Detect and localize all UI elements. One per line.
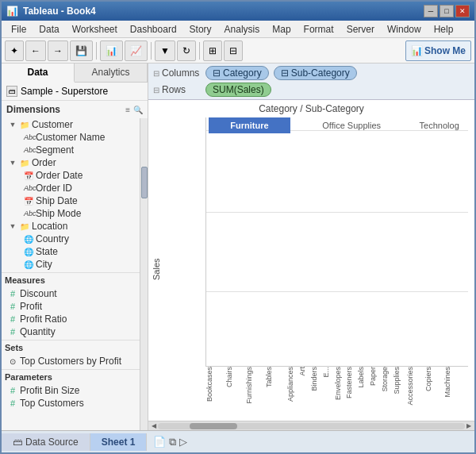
datasource-icon: 🗃 [6, 86, 17, 97]
toolbar: ✦ ← → 💾 📊 📈 ▼ ↻ ⊞ ⊟ 📊 Show Me [2, 38, 474, 63]
menu-map[interactable]: Map [266, 22, 297, 37]
toolbar-grid1-btn[interactable]: ⊞ [203, 40, 222, 61]
tree-customer-name[interactable]: Abc Customer Name [2, 131, 140, 144]
tree-profit-ratio[interactable]: # Profit Ratio [2, 313, 140, 325]
tree-order-date[interactable]: 📅 Order Date [2, 169, 140, 182]
order-id-label: Order ID [36, 183, 72, 194]
tree-location-group[interactable]: ▼ 📁 Location [2, 220, 140, 233]
tree-profit[interactable]: # Profit [2, 300, 140, 313]
customer-group-label: Customer [32, 119, 73, 130]
country-label: Country [36, 233, 69, 244]
subcategory-pill[interactable]: ⊟ Sub-Category [274, 66, 357, 80]
menu-worksheet[interactable]: Worksheet [66, 22, 124, 37]
label-envelopes: Envelopes [334, 367, 345, 400]
tab-analytics[interactable]: Analytics [75, 63, 148, 82]
toolbar-filter-btn[interactable]: ▼ [155, 40, 175, 61]
tab-data[interactable]: Data [2, 63, 75, 83]
parameters-section: Parameters [2, 369, 140, 384]
tree-order-id[interactable]: Abc Order ID [2, 182, 140, 194]
forward-icon: → [53, 45, 63, 56]
tree-scrollbar[interactable] [140, 118, 148, 430]
category-pill-label: Category [223, 67, 262, 79]
sum-sales-label: SUM(Sales) [213, 84, 264, 95]
horizontal-scrollbar: ◀ ▶ [148, 421, 474, 430]
show-me-button[interactable]: 📊 Show Me [405, 40, 471, 61]
scroll-track[interactable] [158, 423, 465, 429]
subcategory-pill-icon: ⊟ [281, 67, 289, 79]
tab-data-source[interactable]: 🗃 Data Source [2, 433, 90, 451]
scroll-left-arrow[interactable]: ◀ [150, 422, 158, 429]
columns-text: Columns [162, 67, 199, 79]
furniture-xlabels: Bookcases Chairs Furnishings Tables [205, 367, 284, 421]
tree-ship-date[interactable]: 📅 Ship Date [2, 194, 140, 207]
tree-top-customers-set[interactable]: ⊙ Top Customers by Profit [2, 355, 140, 367]
data-source-row: 🗃 Sample - Superstore [2, 83, 148, 101]
toolbar-refresh-btn[interactable]: ↻ [177, 40, 196, 61]
dim-search-icon[interactable]: 🔍 [133, 106, 143, 114]
menu-format[interactable]: Format [298, 22, 340, 37]
scroll-thumb-horizontal[interactable] [190, 423, 237, 429]
toolbar-save-btn[interactable]: 💾 [70, 40, 93, 61]
tree-profit-bin[interactable]: # Profit Bin Size [2, 384, 140, 397]
menu-help[interactable]: Help [428, 22, 460, 37]
chart-area: $300,000 $200,000 $100,000 $0 Furniture … [164, 117, 474, 421]
toolbar-sep1 [96, 42, 97, 60]
toolbar-grid2-btn[interactable]: ⊟ [224, 40, 243, 61]
tree-state[interactable]: 🌐 State [2, 245, 140, 258]
toolbar-back-btn[interactable]: ← [25, 40, 46, 61]
menu-story[interactable]: Story [183, 22, 218, 37]
tree-quantity[interactable]: # Quantity [2, 325, 140, 338]
profit-bin-label: Profit Bin Size [20, 385, 79, 396]
toolbar-chart1-btn[interactable]: 📊 [100, 40, 123, 61]
toolbar-new-btn[interactable]: ✦ [5, 40, 24, 61]
category-pill[interactable]: ⊟ Category [205, 66, 269, 80]
duplicate-sheet-icon[interactable]: ⧉ [169, 436, 176, 448]
dimensions-header: Dimensions ≡ 🔍 [2, 101, 148, 118]
maximize-button[interactable]: □ [440, 5, 454, 17]
menu-analysis[interactable]: Analysis [218, 22, 267, 37]
columns-label: ⊟ Columns [153, 67, 201, 79]
chart2-icon: 📈 [130, 45, 142, 56]
tree-customer-group[interactable]: ▼ 📁 Customer [2, 118, 140, 131]
data-source-tab-label: Data Source [25, 437, 79, 448]
tree-country[interactable]: 🌐 Country [2, 233, 140, 245]
folder-icon2: 📁 [20, 159, 29, 167]
tree-top-customers-param[interactable]: # Top Customers [2, 397, 140, 410]
abc-icon: Abc [24, 133, 33, 141]
scroll-right-arrow[interactable]: ▶ [465, 422, 473, 429]
globe-icon2: 🌐 [24, 248, 33, 256]
menu-file[interactable]: File [5, 22, 33, 37]
tree-segment[interactable]: Abc Segment [2, 144, 140, 156]
menu-server[interactable]: Server [340, 22, 381, 37]
minimize-button[interactable]: ─ [424, 5, 438, 17]
menu-bar: File Data Worksheet Dashboard Story Anal… [2, 21, 474, 38]
toolbar-forward-btn[interactable]: → [48, 40, 68, 61]
tree-city[interactable]: 🌐 City [2, 258, 140, 271]
bar-chart-icon: 📊 [411, 45, 423, 56]
chart-plot: $300,000 $200,000 $100,000 $0 Furniture … [205, 117, 468, 367]
tree-ship-mode[interactable]: Abc Ship Mode [2, 207, 140, 220]
globe-icon3: 🌐 [24, 260, 33, 269]
sum-sales-pill[interactable]: SUM(Sales) [205, 83, 271, 97]
present-icon[interactable]: ▷ [179, 436, 187, 448]
menu-data[interactable]: Data [33, 22, 65, 37]
order-group-label: Order [32, 157, 56, 168]
segment-label: Segment [36, 144, 74, 156]
tree-order-group[interactable]: ▼ 📁 Order [2, 156, 140, 169]
columns-icon: ⊟ [153, 69, 159, 78]
scroll-thumb-vertical[interactable] [141, 167, 148, 198]
top-customers-param-label: Top Customers [20, 398, 84, 409]
bars-area [208, 133, 466, 366]
close-button[interactable]: ✕ [455, 5, 470, 17]
menu-dashboard[interactable]: Dashboard [124, 22, 183, 37]
dim-sort-icon[interactable]: ≡ [125, 106, 130, 114]
menu-window[interactable]: Window [381, 22, 428, 37]
tab-sheet1[interactable]: Sheet 1 [90, 433, 148, 451]
tree-discount[interactable]: # Discount [2, 287, 140, 300]
chart-title: Category / Sub-Category [148, 100, 474, 117]
new-sheet-icon[interactable]: 📄 [153, 436, 166, 448]
label-art: Art [298, 367, 309, 376]
toolbar-sep3 [199, 42, 200, 60]
toolbar-chart2-btn[interactable]: 📈 [125, 40, 148, 61]
tech-xlabels: Accessories Copiers Machines [406, 367, 462, 421]
